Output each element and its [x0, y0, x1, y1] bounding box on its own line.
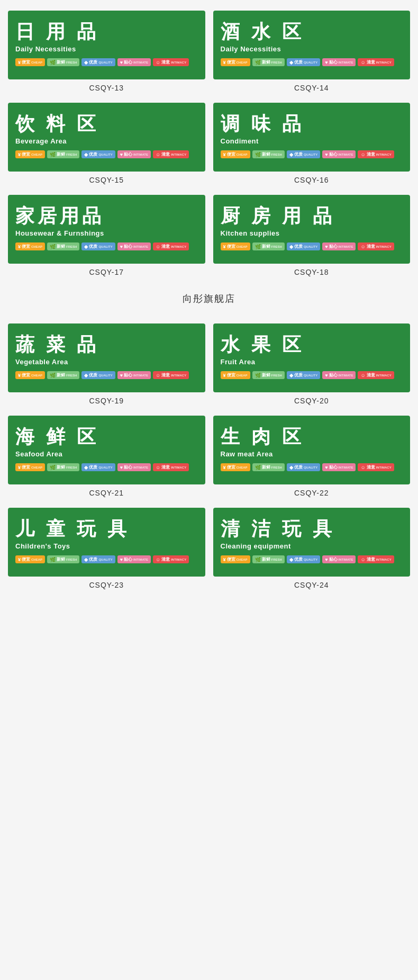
- badge-quality: ◆ 优质 QUALITY: [287, 150, 320, 158]
- sign-csqy-14: 酒 水 区 Daily Necessities ¥ 便宜 CHEAP 🌿 新鲜 …: [213, 11, 411, 79]
- badge-intimacy: ☺ 清意 INTIMACY: [358, 150, 394, 158]
- sign-english: Beverage Area: [15, 137, 67, 145]
- badge-intimate: ♥ 贴心 INTIMATE: [322, 150, 356, 158]
- badge-fresh: 🌿 新鲜 FRESH: [47, 555, 79, 563]
- sign-csqy-13: 日 用 品 Daily Necessities ¥ 便宜 CHEAP 🌿 新鲜 …: [8, 11, 205, 79]
- sign-csqy-18: 厨 房 用 品 Kitchen supplies ¥ 便宜 CHEAP 🌿 新鲜…: [213, 195, 411, 264]
- card-wrapper: 蔬 菜 品 Vegetable Area ¥ 便宜 CHEAP 🌿 新鲜 FRE…: [8, 323, 205, 405]
- badge-intimacy: ☺ 清意 INTIMACY: [358, 555, 394, 563]
- card-code: CSQY-19: [89, 397, 124, 405]
- sign-csqy-23: 儿 童 玩 具 Children's Toys ¥ 便宜 CHEAP 🌿 新鲜 …: [8, 508, 205, 577]
- card-wrapper: 儿 童 玩 具 Children's Toys ¥ 便宜 CHEAP 🌿 新鲜 …: [8, 508, 205, 589]
- badge-intimacy: ☺ 清意 INTIMACY: [153, 463, 189, 471]
- sign-csqy-21: 海 鲜 区 Seafood Area ¥ 便宜 CHEAP 🌿 新鲜 FRESH…: [8, 416, 205, 484]
- sign-csqy-20: 水 果 区 Fruit Area ¥ 便宜 CHEAP 🌿 新鲜 FRESH ◆…: [213, 323, 411, 392]
- card-wrapper: 日 用 品 Daily Necessities ¥ 便宜 CHEAP 🌿 新鲜 …: [8, 11, 205, 92]
- badge-quality: ◆ 优质 QUALITY: [81, 242, 115, 250]
- badges-row: ¥ 便宜 CHEAP 🌿 新鲜 FRESH ◆ 优质 QUALITY ♥ 贴心 …: [15, 242, 189, 250]
- card-wrapper: 生 肉 区 Raw meat Area ¥ 便宜 CHEAP 🌿 新鲜 FRES…: [213, 416, 411, 497]
- badge-cheap: ¥ 便宜 CHEAP: [221, 242, 250, 250]
- badge-intimate: ♥ 贴心 INTIMATE: [117, 371, 151, 379]
- badge-fresh: 🌿 新鲜 FRESH: [47, 58, 79, 66]
- badge-intimacy: ☺ 清意 INTIMACY: [153, 555, 189, 563]
- sign-english: Kitchen supplies: [221, 229, 280, 237]
- badge-cheap: ¥ 便宜 CHEAP: [221, 150, 250, 158]
- badge-cheap: ¥ 便宜 CHEAP: [15, 371, 45, 379]
- badges-row: ¥ 便宜 CHEAP 🌿 新鲜 FRESH ◆ 优质 QUALITY ♥ 贴心 …: [15, 371, 189, 379]
- badges-row: ¥ 便宜 CHEAP 🌿 新鲜 FRESH ◆ 优质 QUALITY ♥ 贴心 …: [221, 463, 394, 471]
- badge-intimacy: ☺ 清意 INTIMACY: [153, 150, 189, 158]
- sign-english: Children's Toys: [15, 542, 70, 550]
- badge-quality: ◆ 优质 QUALITY: [287, 555, 320, 563]
- badges-row: ¥ 便宜 CHEAP 🌿 新鲜 FRESH ◆ 优质 QUALITY ♥ 贴心 …: [15, 58, 189, 66]
- card-code: CSQY-24: [294, 581, 329, 589]
- badge-cheap: ¥ 便宜 CHEAP: [221, 58, 250, 66]
- sign-chinese: 调 味 品: [221, 112, 304, 135]
- badge-quality: ◆ 优质 QUALITY: [287, 58, 320, 66]
- badge-intimate: ♥ 贴心 INTIMATE: [322, 463, 356, 471]
- sign-chinese: 家居用品: [15, 204, 104, 227]
- sign-chinese: 清 洁 玩 具: [221, 517, 335, 540]
- sign-chinese: 海 鲜 区: [15, 425, 99, 448]
- badge-fresh: 🌿 新鲜 FRESH: [47, 242, 79, 250]
- badge-quality: ◆ 优质 QUALITY: [287, 242, 320, 250]
- badge-cheap: ¥ 便宜 CHEAP: [221, 555, 250, 563]
- card-wrapper: 清 洁 玩 具 Cleaning equipment ¥ 便宜 CHEAP 🌿 …: [213, 508, 411, 589]
- badges-row: ¥ 便宜 CHEAP 🌿 新鲜 FRESH ◆ 优质 QUALITY ♥ 贴心 …: [221, 371, 394, 379]
- badge-fresh: 🌿 新鲜 FRESH: [47, 463, 79, 471]
- badges-row: ¥ 便宜 CHEAP 🌿 新鲜 FRESH ◆ 优质 QUALITY ♥ 贴心 …: [15, 463, 189, 471]
- card-wrapper: 调 味 品 Condiment ¥ 便宜 CHEAP 🌿 新鲜 FRESH ◆ …: [213, 103, 411, 184]
- badges-row: ¥ 便宜 CHEAP 🌿 新鲜 FRESH ◆ 优质 QUALITY ♥ 贴心 …: [15, 555, 189, 563]
- main-grid: 日 用 品 Daily Necessities ¥ 便宜 CHEAP 🌿 新鲜 …: [8, 11, 410, 589]
- badge-intimate: ♥ 贴心 INTIMATE: [322, 555, 356, 563]
- badge-fresh: 🌿 新鲜 FRESH: [47, 150, 79, 158]
- badge-intimacy: ☺ 清意 INTIMACY: [358, 242, 394, 250]
- badge-cheap: ¥ 便宜 CHEAP: [221, 371, 250, 379]
- card-code: CSQY-21: [89, 489, 124, 497]
- badge-intimacy: ☺ 清意 INTIMACY: [153, 371, 189, 379]
- card-code: CSQY-14: [294, 84, 329, 92]
- sign-english: Vegetable Area: [15, 358, 68, 366]
- sign-chinese: 生 肉 区: [221, 425, 304, 448]
- badge-fresh: 🌿 新鲜 FRESH: [252, 555, 285, 563]
- card-code: CSQY-16: [294, 176, 329, 184]
- badge-fresh: 🌿 新鲜 FRESH: [47, 371, 79, 379]
- badge-cheap: ¥ 便宜 CHEAP: [15, 58, 45, 66]
- badges-row: ¥ 便宜 CHEAP 🌿 新鲜 FRESH ◆ 优质 QUALITY ♥ 贴心 …: [221, 58, 394, 66]
- card-wrapper: 饮 料 区 Beverage Area ¥ 便宜 CHEAP 🌿 新鲜 FRES…: [8, 103, 205, 184]
- badge-fresh: 🌿 新鲜 FRESH: [252, 150, 285, 158]
- badge-intimate: ♥ 贴心 INTIMATE: [117, 150, 151, 158]
- badge-fresh: 🌿 新鲜 FRESH: [252, 463, 285, 471]
- sign-chinese: 蔬 菜 品: [15, 333, 99, 356]
- badge-quality: ◆ 优质 QUALITY: [81, 463, 115, 471]
- badge-fresh: 🌿 新鲜 FRESH: [252, 242, 285, 250]
- card-code: CSQY-22: [294, 489, 329, 497]
- badge-cheap: ¥ 便宜 CHEAP: [221, 463, 250, 471]
- sign-english: Cleaning equipment: [221, 542, 291, 550]
- card-wrapper: 家居用品 Housewear & Furnshings ¥ 便宜 CHEAP 🌿…: [8, 195, 205, 276]
- badge-intimacy: ☺ 清意 INTIMACY: [153, 242, 189, 250]
- badge-cheap: ¥ 便宜 CHEAP: [15, 463, 45, 471]
- badge-intimacy: ☺ 清意 INTIMACY: [358, 58, 394, 66]
- sign-chinese: 水 果 区: [221, 333, 304, 356]
- card-wrapper: 海 鲜 区 Seafood Area ¥ 便宜 CHEAP 🌿 新鲜 FRESH…: [8, 416, 205, 497]
- card-wrapper: 水 果 区 Fruit Area ¥ 便宜 CHEAP 🌿 新鲜 FRESH ◆…: [213, 323, 411, 405]
- sign-chinese: 厨 房 用 品: [221, 204, 335, 227]
- sign-csqy-15: 饮 料 区 Beverage Area ¥ 便宜 CHEAP 🌿 新鲜 FRES…: [8, 103, 205, 172]
- badges-row: ¥ 便宜 CHEAP 🌿 新鲜 FRESH ◆ 优质 QUALITY ♥ 贴心 …: [15, 150, 189, 158]
- sign-english: Condiment: [221, 137, 259, 145]
- watermark: 向彤旗舰店: [8, 287, 410, 313]
- badge-intimate: ♥ 贴心 INTIMATE: [322, 58, 356, 66]
- badge-quality: ◆ 优质 QUALITY: [81, 150, 115, 158]
- sign-english: Seafood Area: [15, 450, 62, 458]
- badge-intimate: ♥ 贴心 INTIMATE: [117, 242, 151, 250]
- badge-intimacy: ☺ 清意 INTIMACY: [358, 371, 394, 379]
- badge-quality: ◆ 优质 QUALITY: [287, 371, 320, 379]
- badges-row: ¥ 便宜 CHEAP 🌿 新鲜 FRESH ◆ 优质 QUALITY ♥ 贴心 …: [221, 150, 394, 158]
- badge-cheap: ¥ 便宜 CHEAP: [15, 150, 45, 158]
- badge-cheap: ¥ 便宜 CHEAP: [15, 555, 45, 563]
- sign-chinese: 日 用 品: [15, 20, 99, 43]
- card-code: CSQY-15: [89, 176, 124, 184]
- badge-fresh: 🌿 新鲜 FRESH: [252, 371, 285, 379]
- badge-quality: ◆ 优质 QUALITY: [81, 371, 115, 379]
